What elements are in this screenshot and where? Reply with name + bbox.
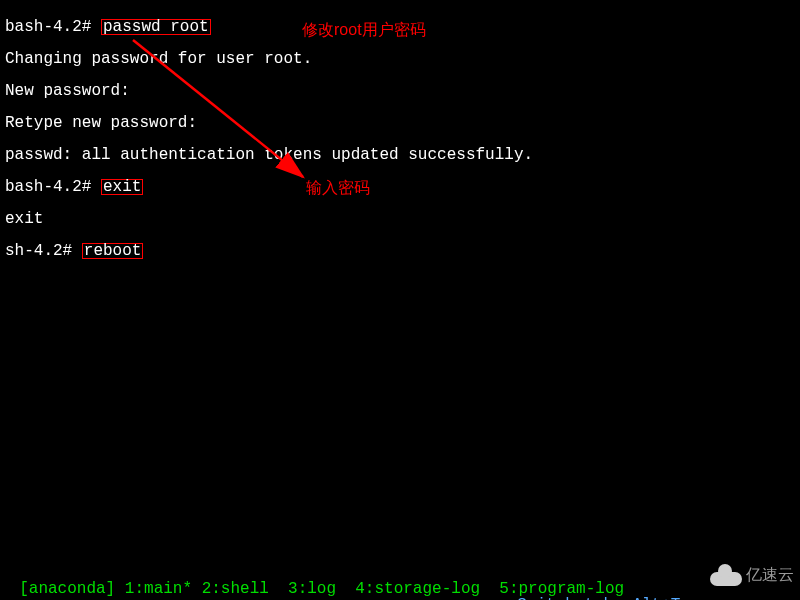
cloud-icon [710, 564, 742, 586]
terminal-line: Retype new password: [5, 115, 795, 131]
prompt-text: bash-4.2# [5, 178, 101, 196]
command-exit: exit [101, 179, 143, 195]
watermark: 亿速云 [710, 564, 794, 586]
prompt-text: bash-4.2# [5, 18, 101, 36]
annotation-title: 修改root用户密码 [302, 22, 426, 38]
terminal-line: Changing password for user root. [5, 51, 795, 67]
annotation-input-password: 输入密码 [306, 180, 370, 196]
prompt-text: sh-4.2# [5, 242, 82, 260]
terminal-output[interactable]: bash-4.2# passwd root Changing password … [0, 0, 800, 278]
status-bar: [anaconda] 1:main* 2:shell 3:log 4:stora… [0, 565, 690, 581]
terminal-line: passwd: all authentication tokens update… [5, 147, 795, 163]
watermark-text: 亿速云 [746, 567, 794, 583]
command-reboot: reboot [82, 243, 144, 259]
terminal-line: exit [5, 211, 795, 227]
command-passwd: passwd root [101, 19, 211, 35]
terminal-line: New password: [5, 83, 795, 99]
